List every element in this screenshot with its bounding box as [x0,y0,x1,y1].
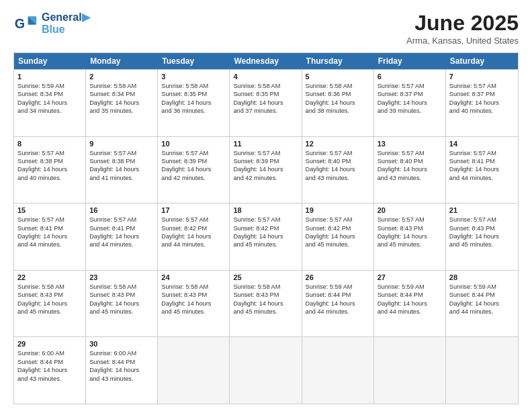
day-number: 12 [306,140,370,148]
day-number: 6 [378,73,442,81]
day-info: Sunrise: 5:58 AM Sunset: 8:34 PM Dayligh… [89,82,154,116]
day-cell-3: 3Sunrise: 5:58 AM Sunset: 8:35 PM Daylig… [158,70,230,136]
day-number: 29 [17,340,82,348]
day-cell-9: 9Sunrise: 5:57 AM Sunset: 8:38 PM Daylig… [86,137,158,203]
day-info: Sunrise: 6:00 AM Sunset: 8:44 PM Dayligh… [17,349,82,383]
location: Arma, Kansas, United States [406,36,519,46]
logo: G General▶ Blue [13,11,90,36]
day-number: 18 [233,206,298,214]
day-info: Sunrise: 5:57 AM Sunset: 8:42 PM Dayligh… [161,216,226,249]
day-number: 22 [17,273,82,281]
day-cell-23: 23Sunrise: 5:58 AM Sunset: 8:43 PM Dayli… [86,271,158,337]
day-number: 11 [233,140,298,148]
day-cell-30: 30Sunrise: 6:00 AM Sunset: 8:44 PM Dayli… [86,337,158,404]
day-number: 27 [378,273,442,281]
header-day-saturday: Saturday [446,53,518,69]
day-cell-24: 24Sunrise: 5:58 AM Sunset: 8:43 PM Dayli… [158,271,230,337]
day-number: 15 [17,206,82,214]
day-cell-8: 8Sunrise: 5:57 AM Sunset: 8:38 PM Daylig… [14,137,86,203]
day-cell-27: 27Sunrise: 5:59 AM Sunset: 8:44 PM Dayli… [374,271,446,337]
day-number: 25 [233,273,298,281]
header-day-monday: Monday [86,53,158,69]
day-cell-29: 29Sunrise: 6:00 AM Sunset: 8:44 PM Dayli… [14,337,86,404]
day-cell-7: 7Sunrise: 5:57 AM Sunset: 8:37 PM Daylig… [446,70,518,136]
day-cell-11: 11Sunrise: 5:57 AM Sunset: 8:39 PM Dayli… [230,137,302,203]
calendar-row: 1Sunrise: 5:59 AM Sunset: 8:34 PM Daylig… [14,69,518,136]
empty-cell [374,337,446,404]
day-number: 5 [306,73,370,81]
day-info: Sunrise: 5:57 AM Sunset: 8:41 PM Dayligh… [17,216,82,249]
day-info: Sunrise: 5:59 AM Sunset: 8:34 PM Dayligh… [17,82,82,116]
day-number: 16 [89,206,154,214]
day-cell-19: 19Sunrise: 5:57 AM Sunset: 8:42 PM Dayli… [302,203,374,270]
day-number: 2 [89,73,154,81]
day-info: Sunrise: 5:58 AM Sunset: 8:35 PM Dayligh… [233,82,298,116]
day-info: Sunrise: 5:58 AM Sunset: 8:43 PM Dayligh… [89,283,154,316]
day-cell-25: 25Sunrise: 5:58 AM Sunset: 8:43 PM Dayli… [230,271,302,337]
day-number: 8 [17,140,82,148]
day-cell-6: 6Sunrise: 5:57 AM Sunset: 8:37 PM Daylig… [374,70,446,136]
day-cell-26: 26Sunrise: 5:59 AM Sunset: 8:44 PM Dayli… [302,271,374,337]
day-cell-2: 2Sunrise: 5:58 AM Sunset: 8:34 PM Daylig… [86,70,158,136]
day-cell-20: 20Sunrise: 5:57 AM Sunset: 8:43 PM Dayli… [374,203,446,270]
logo-icon: G [13,11,38,36]
empty-cell [158,337,230,404]
day-cell-5: 5Sunrise: 5:58 AM Sunset: 8:36 PM Daylig… [302,70,374,136]
svg-text:G: G [15,16,25,31]
day-number: 26 [306,273,370,281]
day-number: 13 [378,140,442,148]
day-cell-17: 17Sunrise: 5:57 AM Sunset: 8:42 PM Dayli… [158,203,230,270]
day-number: 30 [89,340,154,348]
calendar-row: 22Sunrise: 5:58 AM Sunset: 8:43 PM Dayli… [14,270,518,337]
day-number: 17 [161,206,226,214]
day-info: Sunrise: 5:57 AM Sunset: 8:38 PM Dayligh… [17,149,82,183]
calendar: SundayMondayTuesdayWednesdayThursdayFrid… [13,52,519,404]
day-cell-12: 12Sunrise: 5:57 AM Sunset: 8:40 PM Dayli… [302,137,374,203]
day-number: 20 [378,206,442,214]
day-cell-28: 28Sunrise: 5:59 AM Sunset: 8:44 PM Dayli… [446,271,518,337]
day-cell-22: 22Sunrise: 5:58 AM Sunset: 8:43 PM Dayli… [14,271,86,337]
empty-cell [302,337,374,404]
day-info: Sunrise: 5:57 AM Sunset: 8:37 PM Dayligh… [378,82,442,116]
day-number: 21 [449,206,515,214]
day-info: Sunrise: 5:57 AM Sunset: 8:39 PM Dayligh… [233,149,298,183]
header-day-friday: Friday [374,53,446,69]
day-info: Sunrise: 5:57 AM Sunset: 8:39 PM Dayligh… [161,149,226,183]
header-day-wednesday: Wednesday [230,53,302,69]
day-cell-10: 10Sunrise: 5:57 AM Sunset: 8:39 PM Dayli… [158,137,230,203]
day-info: Sunrise: 5:57 AM Sunset: 8:42 PM Dayligh… [306,216,370,249]
calendar-row: 29Sunrise: 6:00 AM Sunset: 8:44 PM Dayli… [14,336,518,404]
header-day-sunday: Sunday [14,53,86,69]
day-info: Sunrise: 5:57 AM Sunset: 8:37 PM Dayligh… [449,82,515,116]
day-info: Sunrise: 5:58 AM Sunset: 8:43 PM Dayligh… [161,283,226,316]
day-info: Sunrise: 5:57 AM Sunset: 8:38 PM Dayligh… [89,149,154,183]
header-day-tuesday: Tuesday [158,53,230,69]
day-info: Sunrise: 6:00 AM Sunset: 8:44 PM Dayligh… [89,349,154,383]
day-number: 19 [306,206,370,214]
day-info: Sunrise: 5:57 AM Sunset: 8:43 PM Dayligh… [378,216,442,249]
day-cell-14: 14Sunrise: 5:57 AM Sunset: 8:41 PM Dayli… [446,137,518,203]
day-number: 7 [449,73,515,81]
calendar-row: 15Sunrise: 5:57 AM Sunset: 8:41 PM Dayli… [14,203,518,270]
day-cell-4: 4Sunrise: 5:58 AM Sunset: 8:35 PM Daylig… [230,70,302,136]
day-number: 9 [89,140,154,148]
day-cell-13: 13Sunrise: 5:57 AM Sunset: 8:40 PM Dayli… [374,137,446,203]
month-title: June 2025 [406,11,519,36]
calendar-header: SundayMondayTuesdayWednesdayThursdayFrid… [14,53,518,69]
header-day-thursday: Thursday [302,53,374,69]
day-cell-1: 1Sunrise: 5:59 AM Sunset: 8:34 PM Daylig… [14,70,86,136]
day-info: Sunrise: 5:59 AM Sunset: 8:44 PM Dayligh… [449,283,515,316]
day-info: Sunrise: 5:57 AM Sunset: 8:43 PM Dayligh… [449,216,515,249]
empty-cell [230,337,302,404]
day-info: Sunrise: 5:58 AM Sunset: 8:43 PM Dayligh… [17,283,82,316]
empty-cell [446,337,518,404]
day-number: 10 [161,140,226,148]
day-cell-18: 18Sunrise: 5:57 AM Sunset: 8:42 PM Dayli… [230,203,302,270]
day-info: Sunrise: 5:59 AM Sunset: 8:44 PM Dayligh… [378,283,442,316]
header: G General▶ Blue June 2025 Arma, Kansas, … [13,11,519,46]
day-info: Sunrise: 5:58 AM Sunset: 8:43 PM Dayligh… [233,283,298,316]
title-block: June 2025 Arma, Kansas, United States [406,11,519,46]
day-info: Sunrise: 5:57 AM Sunset: 8:40 PM Dayligh… [378,149,442,183]
day-cell-21: 21Sunrise: 5:57 AM Sunset: 8:43 PM Dayli… [446,203,518,270]
day-number: 3 [161,73,226,81]
